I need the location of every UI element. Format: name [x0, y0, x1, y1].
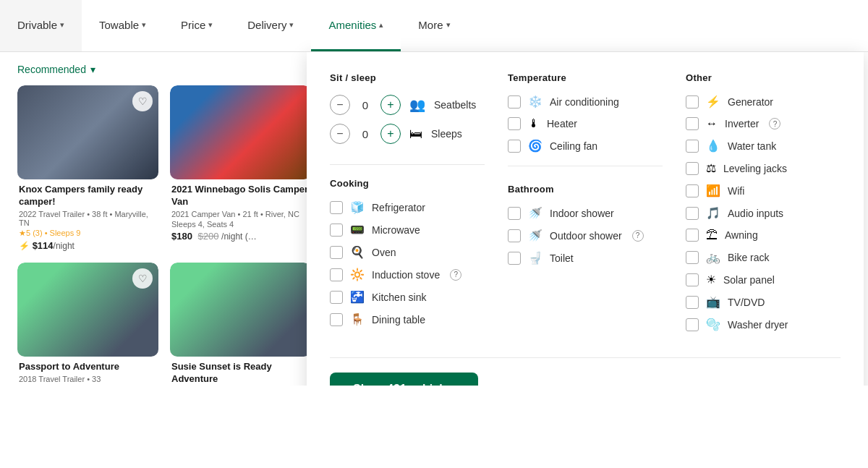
seatbelts-minus-button[interactable]: − [330, 95, 350, 115]
dining-table-checkbox[interactable] [330, 313, 343, 326]
card-title: 2021 Winnebago Solis Camper Van [171, 184, 310, 208]
generator-icon: ⚡ [706, 95, 720, 109]
sleeps-stepper: − 0 + 🛏 Sleeps [330, 124, 485, 144]
listing-grid: ♡ Knox Campers family ready camper! 2022… [17, 85, 311, 386]
nav-price-label: Price [181, 19, 205, 31]
card-info: Knox Campers family ready camper! 2022 T… [17, 179, 158, 251]
heater-checkbox[interactable] [508, 117, 521, 130]
kitchen-sink-checkbox[interactable] [330, 291, 343, 304]
wifi-checkbox[interactable] [686, 184, 699, 197]
cooking-header: Cooking [330, 178, 485, 189]
inverter-label: Inverter [725, 118, 759, 129]
awning-icon: ⛱ [706, 229, 718, 242]
amenity-row: 🌡 Heater [508, 117, 663, 130]
info-icon[interactable]: ? [769, 118, 780, 129]
oven-label: Oven [372, 247, 396, 258]
bike-rack-checkbox[interactable] [686, 251, 699, 264]
inverter-checkbox[interactable] [686, 117, 699, 130]
amenity-row: ⛱ Awning [686, 229, 841, 242]
nav-amenities[interactable]: Amenities ▴ [311, 0, 401, 51]
other-section: Other ⚡ Generator ↔ Inverter ? 💧 [686, 72, 841, 331]
amenity-row: 📟 Microwave [330, 223, 485, 237]
ceiling-fan-icon: 🌀 [528, 139, 542, 153]
awning-checkbox[interactable] [686, 229, 699, 242]
microwave-checkbox[interactable] [330, 224, 343, 237]
show-vehicles-button[interactable]: Show 431 vehicles [330, 373, 478, 386]
indoor-shower-checkbox[interactable] [508, 207, 521, 220]
listing-card[interactable]: ♡ Passport to Adventure 2018 Travel Trai… [17, 263, 158, 386]
water-tank-checkbox[interactable] [686, 140, 699, 153]
wifi-label: Wifi [728, 185, 744, 197]
washer-dryer-label: Washer dryer [728, 319, 788, 331]
tv-dvd-checkbox[interactable] [686, 296, 699, 309]
listing-card[interactable]: ♡ Knox Campers family ready camper! 2022… [17, 85, 158, 251]
favorite-button[interactable]: ♡ [132, 268, 153, 289]
induction-stove-checkbox[interactable] [330, 268, 343, 281]
amenity-row: ⚖ Leveling jacks [686, 161, 841, 175]
oven-checkbox[interactable] [330, 246, 343, 259]
listing-image: ♡ [17, 85, 158, 179]
induction-stove-label: Induction stove [372, 269, 440, 281]
dropdown-footer: Show 431 vehicles Reset [330, 357, 841, 386]
toilet-checkbox[interactable] [508, 252, 521, 265]
amenities-dropdown: Sit / sleep − 0 + 👥 Seatbelts − 0 + [307, 52, 864, 386]
leveling-jacks-icon: ⚖ [706, 161, 716, 175]
amenity-row: ⚡ Generator [686, 95, 841, 109]
leveling-jacks-checkbox[interactable] [686, 162, 699, 175]
nav-drivable[interactable]: Drivable ▾ [0, 0, 82, 51]
seatbelts-plus-button[interactable]: + [380, 95, 401, 115]
audio-inputs-checkbox[interactable] [686, 207, 699, 220]
seatbelts-stepper: − 0 + 👥 Seatbelts [330, 95, 485, 115]
oven-icon: 🍳 [350, 245, 365, 259]
recommended-label: Recommended [17, 64, 86, 75]
nav-delivery-label: Delivery [247, 19, 286, 31]
amenity-row: ❄️ Air conditioning [508, 95, 663, 109]
air-conditioning-checkbox[interactable] [508, 95, 521, 109]
nav-more-label: More [418, 19, 443, 31]
washer-dryer-checkbox[interactable] [686, 318, 699, 331]
col-1: Sit / sleep − 0 + 👥 Seatbelts − 0 + [330, 72, 485, 340]
listing-card[interactable]: 2021 Winnebago Solis Camper Van 2021 Cam… [170, 85, 311, 251]
card-sleeps: Sleeps 4, Seats 4 [171, 220, 310, 229]
washer-dryer-icon: 🫧 [706, 318, 720, 331]
nav-price[interactable]: Price ▾ [163, 0, 230, 51]
recommended-filter[interactable]: Recommended ▾ [17, 64, 311, 75]
nav-more[interactable]: More ▾ [401, 0, 467, 51]
card-price: ⚡ $114/night [19, 240, 157, 251]
info-icon[interactable]: ? [450, 269, 461, 281]
favorite-button[interactable]: ♡ [132, 91, 153, 111]
chevron-down-icon: ▾ [60, 20, 64, 30]
solar-panel-icon: ☀ [706, 273, 716, 286]
sleeps-minus-button[interactable]: − [330, 124, 350, 144]
seatbelts-label: Seatbelts [434, 99, 476, 111]
nav-bar: Drivable ▾ Towable ▾ Price ▾ Delivery ▾ … [0, 0, 868, 52]
sleeps-label: Sleeps [431, 128, 462, 140]
kitchen-sink-icon: 🚰 [350, 290, 365, 304]
seatbelts-value: 0 [359, 99, 372, 111]
nav-towable[interactable]: Towable ▾ [82, 0, 163, 51]
tv-dvd-icon: 📺 [706, 295, 720, 309]
ac-icon: ❄️ [528, 95, 542, 109]
listing-image: ♡ [17, 263, 158, 357]
generator-checkbox[interactable] [686, 95, 699, 109]
info-icon[interactable]: ? [632, 230, 644, 242]
outdoor-shower-checkbox[interactable] [508, 229, 521, 242]
card-subtitle: 2022 Travel Trailer • 38 ft • Maryville,… [19, 210, 157, 227]
refrigerator-checkbox[interactable] [330, 201, 343, 214]
card-rating: ★5 (3) • Sleeps 9 [19, 229, 157, 238]
sleeps-icon: 🛏 [409, 127, 422, 142]
listing-card[interactable]: Susie Sunset is Ready Adventure [170, 263, 311, 386]
nav-drivable-label: Drivable [17, 19, 57, 31]
seatbelts-icon: 👥 [409, 97, 425, 113]
solar-panel-checkbox[interactable] [686, 273, 699, 286]
tv-dvd-label: TV/DVD [728, 297, 765, 308]
wifi-icon: 📶 [706, 184, 720, 197]
nav-delivery[interactable]: Delivery ▾ [230, 0, 311, 51]
reset-button[interactable]: Reset [812, 383, 841, 386]
sleeps-plus-button[interactable]: + [380, 124, 401, 144]
ceiling-fan-checkbox[interactable] [508, 140, 521, 153]
amenity-row: ↔ Inverter ? [686, 117, 841, 130]
cooking-section: Cooking 🧊 Refrigerator 📟 Microwave 🍳 [330, 178, 485, 326]
air-conditioning-label: Air conditioning [550, 96, 619, 108]
outdoor-shower-icon: 🚿 [528, 229, 542, 242]
